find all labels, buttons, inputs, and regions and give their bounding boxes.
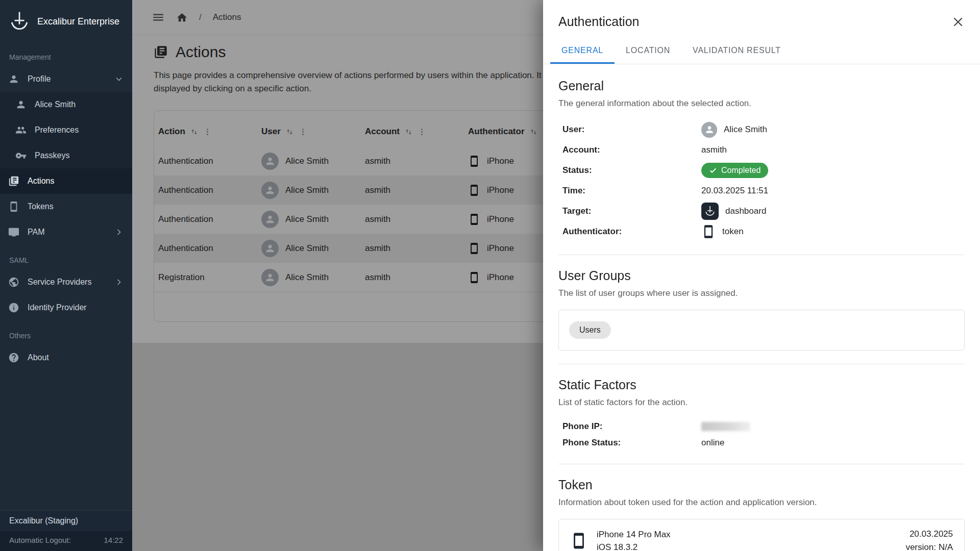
sidebar-item-label: Profile [28,74,51,84]
excalibur-logo-icon [8,10,31,33]
smartphone-icon [701,224,716,239]
library-books-icon [8,176,19,187]
close-button[interactable] [951,15,965,29]
smartphone-icon [8,201,19,212]
brand: Excalibur Enterprise [0,0,132,42]
token-date: 20.03.2025 [905,528,953,541]
smartphone-icon [570,531,587,550]
sidebar-item-label: About [28,353,49,362]
close-icon [951,15,965,29]
account-value: asmith [701,145,727,155]
auto-logout-time: 14:22 [104,536,123,544]
drawer-tabs: GENERAL LOCATION VALIDATION RESULT [543,37,980,64]
sidebar-item-pam[interactable]: PAM [0,219,132,245]
sidebar-item-label: Service Providers [28,278,91,287]
sidebar-item-label: Preferences [35,126,79,135]
tab-validation-result[interactable]: VALIDATION RESULT [681,37,792,64]
chevron-right-icon [114,277,124,287]
drawer-title: Authentication [558,14,639,29]
person-icon [15,99,27,110]
key-icon [15,150,27,161]
field-account: Account: asmith [558,140,965,160]
help-icon [8,352,19,363]
action-detail-drawer: Authentication GENERAL LOCATION VALIDATI… [543,0,980,551]
user-groups-section: User Groups The list of user groups wher… [558,268,965,350]
user-groups-subtitle: The list of user groups where user is as… [558,288,965,298]
field-phone-ip: Phone IP: [558,419,965,434]
info-icon [8,302,19,313]
redacted-phone-ip [701,422,750,431]
section-divider [558,464,965,464]
person-icon [8,73,19,85]
sidebar-item-label: Alice Smith [35,100,76,109]
section-others: Others [0,320,132,345]
token-version: version: N/A [905,541,953,551]
user-value: Alice Smith [724,124,767,135]
static-factors-heading: Static Factors [558,378,965,392]
field-user: User: Alice Smith [558,120,965,139]
general-section: General The general information about th… [558,79,965,241]
target-value: dashboard [725,206,766,216]
field-phone-status: Phone Status: online [558,435,965,450]
field-status: Status: Completed [558,161,965,180]
sidebar-item-preferences[interactable]: Preferences [0,117,132,143]
section-management: Management [0,42,132,66]
general-subtitle: The general information about the select… [558,98,965,109]
sidebar-item-tokens[interactable]: Tokens [0,194,132,219]
sidebar-item-label: Actions [28,177,54,186]
sidebar-item-actions[interactable]: Actions [0,168,132,194]
token-card: iPhone 14 Pro Max iOS 18.3.2 20.03.2025 … [558,519,965,551]
drawer-header: Authentication [543,0,980,37]
check-icon [709,166,717,174]
sidebar-item-label: Tokens [28,202,54,211]
section-divider [558,364,965,364]
chevron-right-icon [114,227,124,237]
token-subtitle: Information about token used for the act… [558,497,965,508]
sidebar-item-label: PAM [28,228,44,237]
static-factors-section: Static Factors List of static factors fo… [558,378,965,450]
sidebar: Excalibur Enterprise Management Profile … [0,0,132,551]
token-section: Token Information about token used for t… [558,478,965,551]
sidebar-nav: Management Profile Alice Smith Preferenc… [0,42,132,510]
token-heading: Token [558,478,965,492]
avatar [701,122,717,138]
auto-logout-row: Automatic Logout: 14:22 [0,531,132,551]
brand-name: Excalibur Enterprise [37,16,119,27]
tab-general[interactable]: GENERAL [550,37,615,64]
sidebar-item-label: Identity Provider [28,303,87,312]
auto-logout-label: Automatic Logout: [9,536,71,544]
sidebar-item-service-providers[interactable]: Service Providers [0,269,132,295]
tab-location[interactable]: LOCATION [615,37,681,64]
sidebar-item-profile[interactable]: Profile [0,66,132,92]
field-time: Time: 20.03.2025 11:51 [558,181,965,201]
user-groups-heading: User Groups [558,268,965,283]
sidebar-item-identity-provider[interactable]: Identity Provider [0,295,132,320]
general-heading: General [558,79,965,93]
time-value: 20.03.2025 11:51 [701,186,768,196]
sidebar-item-alice-smith[interactable]: Alice Smith [0,92,132,117]
sidebar-footer: Excalibur (Staging) Automatic Logout: 14… [0,510,132,551]
drawer-body: General The general information about th… [543,64,980,551]
sidebar-item-about[interactable]: About [0,345,132,370]
globe-icon [8,277,19,288]
token-device-name: iPhone 14 Pro Max [597,530,671,540]
phone-status-value: online [701,438,724,448]
sidebar-item-label: Passkeys [35,151,69,160]
status-badge: Completed [701,163,768,178]
field-target: Target: dashboard [558,202,965,221]
static-factors-subtitle: List of static factors for the action. [558,397,965,408]
token-device-os: iOS 18.3.2 [597,542,671,551]
group-icon [15,124,27,136]
chevron-down-icon [114,74,124,84]
section-saml: SAML [0,245,132,269]
user-groups-box: Users [558,310,965,350]
environment-label: Excalibur (Staging) [0,510,132,531]
monitor-icon [8,227,19,238]
authenticator-value: token [722,227,744,237]
excalibur-target-icon [701,203,719,220]
field-authenticator: Authenticator: token [558,222,965,241]
section-divider [558,255,965,255]
user-group-chip: Users [569,321,611,339]
sidebar-item-passkeys[interactable]: Passkeys [0,143,132,168]
